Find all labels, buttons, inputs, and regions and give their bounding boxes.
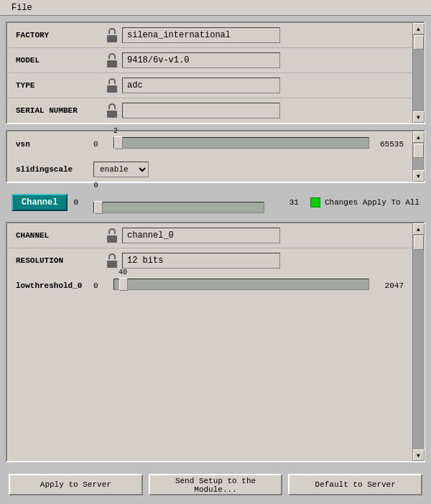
slidingscale-label: slidingscale — [16, 165, 88, 174]
channel-field-row: CHANNEL — [7, 223, 412, 248]
channel-slider[interactable] — [93, 202, 264, 213]
vsn-max: 65535 — [375, 140, 404, 149]
field-lock-icon — [102, 78, 122, 93]
channel-field-label: RESOLUTION — [16, 256, 102, 265]
changes-apply: Changes Apply To All — [310, 197, 420, 207]
field-label: SERIAL NUMBER — [16, 106, 102, 115]
menubar: File — [0, 0, 431, 16]
vsn-slider-container: 2 — [113, 137, 369, 151]
channel-field-label: CHANNEL — [16, 231, 102, 240]
vsn-section: vsn 0 2 65535 — [7, 131, 412, 157]
lowthreshold-row: lowthreshold_0 0 40 2047 — [16, 279, 404, 293]
lowthreshold-section: lowthreshold_0 0 40 2047 — [7, 273, 412, 299]
channel-panel-content: CHANNELRESOLUTION lowthreshold_0 0 40 20… — [7, 223, 412, 461]
lock-icon — [106, 228, 119, 243]
lock-icon — [106, 28, 119, 42]
field-row: MODEL — [7, 48, 412, 73]
main-container: FACTORYMODELTYPESERIAL NUMBER ▲ ▼ vsn 0 … — [0, 16, 431, 504]
lowthreshold-max: 2047 — [375, 281, 404, 290]
channel-tick: 0 — [93, 182, 98, 190]
field-label: FACTORY — [16, 31, 102, 39]
lowthreshold-min: 0 — [93, 281, 108, 290]
channel-min: 0 — [73, 198, 88, 207]
lock-icon — [106, 103, 119, 118]
factory-scrollbar[interactable]: ▲ ▼ — [412, 23, 424, 123]
lock-icon — [106, 53, 119, 67]
field-lock-icon — [102, 28, 122, 42]
vsn-scroll-track — [413, 143, 425, 170]
channel-lock-icon — [102, 228, 122, 243]
channel-max: 31 — [270, 198, 299, 207]
factory-panel: FACTORYMODELTYPESERIAL NUMBER ▲ ▼ — [6, 22, 425, 124]
field-value-input[interactable] — [122, 78, 280, 93]
apply-server-button[interactable]: Apply to Server — [9, 474, 143, 495]
channel-field-value[interactable] — [122, 228, 280, 243]
field-value-input[interactable] — [122, 103, 280, 118]
vsn-row: vsn 0 2 65535 — [16, 137, 404, 151]
field-row: TYPE — [7, 73, 412, 98]
channel-field-rows: CHANNELRESOLUTION — [7, 223, 412, 273]
field-value-input[interactable] — [122, 27, 280, 43]
lowthreshold-slider-container: 40 — [113, 279, 369, 293]
channel-field-value[interactable] — [122, 253, 280, 269]
changes-label: Changes Apply To All — [325, 198, 420, 207]
channel-slider-wrapper: 0 — [93, 192, 264, 213]
vsn-label: vsn — [16, 140, 88, 149]
lowthreshold-tick: 40 — [119, 269, 127, 276]
channel-button[interactable]: Channel — [11, 194, 68, 211]
lock-icon — [106, 78, 119, 93]
slidingscale-select[interactable]: enabledisable — [93, 162, 149, 177]
scroll-track — [413, 34, 425, 111]
field-label: MODEL — [16, 56, 102, 65]
vsn-tick: 2 — [113, 127, 118, 135]
factory-panel-content: FACTORYMODELTYPESERIAL NUMBER — [7, 23, 412, 123]
bottom-buttons: Apply to Server Send Setup to the Module… — [6, 468, 425, 498]
factory-fields: FACTORYMODELTYPESERIAL NUMBER — [7, 23, 412, 123]
vsn-panel-content: vsn 0 2 65535 slidingscale enabledisable — [7, 131, 412, 182]
field-lock-icon — [102, 53, 122, 67]
file-menu[interactable]: File — [6, 1, 38, 14]
channel-scroll-down[interactable]: ▼ — [413, 449, 425, 461]
lowthreshold-slider[interactable] — [113, 279, 369, 290]
field-value-input[interactable] — [122, 52, 280, 68]
channel-scrollbar[interactable]: ▲ ▼ — [412, 223, 424, 461]
channel-lock-icon — [102, 253, 122, 268]
send-setup-button[interactable]: Send Setup to the Module... — [149, 474, 283, 495]
channel-field-row: RESOLUTION — [7, 248, 412, 273]
channel-scroll-thumb[interactable] — [414, 235, 424, 250]
channel-panel: CHANNELRESOLUTION lowthreshold_0 0 40 20… — [6, 222, 425, 462]
vsn-scroll-thumb[interactable] — [414, 144, 424, 158]
vsn-min: 0 — [93, 140, 108, 149]
channel-scroll-track — [413, 235, 425, 449]
vsn-scroll-down[interactable]: ▼ — [413, 170, 425, 182]
scroll-thumb[interactable] — [414, 35, 424, 50]
scroll-up-btn[interactable]: ▲ — [413, 23, 425, 34]
scroll-down-btn[interactable]: ▼ — [413, 111, 425, 123]
field-row: FACTORY — [7, 23, 412, 48]
default-server-button[interactable]: Default to Server — [288, 474, 422, 495]
green-indicator — [310, 197, 320, 207]
channel-scroll-up[interactable]: ▲ — [413, 223, 425, 235]
channel-section: Channel 0 0 31 Changes Apply To All — [6, 189, 425, 216]
field-lock-icon — [102, 103, 122, 118]
slidingscale-row: slidingscale enabledisable — [7, 157, 412, 182]
vsn-scrollbar[interactable]: ▲ ▼ — [412, 131, 424, 182]
vsn-scroll-up[interactable]: ▲ — [413, 131, 425, 143]
vsn-panel: vsn 0 2 65535 slidingscale enabledisable… — [6, 130, 425, 183]
lock-icon — [106, 253, 119, 268]
field-label: TYPE — [16, 81, 102, 90]
vsn-slider[interactable] — [113, 137, 369, 149]
field-row: SERIAL NUMBER — [7, 98, 412, 123]
lowthreshold-label: lowthreshold_0 — [16, 281, 88, 290]
